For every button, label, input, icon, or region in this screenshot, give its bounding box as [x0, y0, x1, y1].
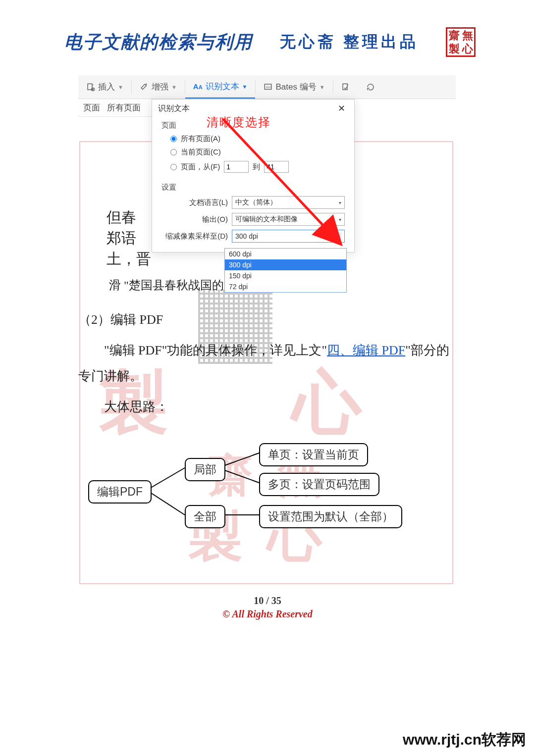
seal-char: 齋 [447, 29, 461, 42]
toolbar-bates-label: Bates 编号 [275, 81, 316, 93]
app-toolbar: 插入 ▼ 增强 ▼ AA 识别文本 ▼ 012 Bates 编号 ▼ [78, 75, 456, 99]
flow-diagram: 编辑PDF 局部 全部 单页：设置当前页 多页：设置页码范围 设置范围为默认（全… [88, 441, 450, 540]
annotation-label: 清晰度选择 [207, 114, 271, 130]
close-icon[interactable]: ✕ [335, 103, 348, 114]
section-heading: （2）编辑 PDF [78, 307, 457, 333]
doc-subtitle: 无心斋 整理出品 [280, 31, 419, 53]
dpi-option-72[interactable]: 72 dpi [225, 281, 346, 292]
page-footer: 10 / 35 © All Rights Reserved [0, 595, 535, 620]
dialog-title-text: 识别文本 [158, 103, 190, 114]
radio-current-label: 当前页面(C) [181, 148, 221, 157]
radio-current-page[interactable]: 当前页面(C) [170, 148, 345, 157]
output-value: 可编辑的文本和图像 [235, 215, 298, 224]
dpi-option-600[interactable]: 600 dpi [225, 249, 346, 259]
range-mid-label: 到 [253, 162, 260, 172]
toolbar-ocr-label: 识别文本 [206, 81, 239, 92]
diagram-node-local: 局部 [185, 458, 225, 481]
setting-dpi-label: 缩减像素采样至(D) [164, 232, 228, 241]
ocr-dialog: 识别文本 ✕ 清晰度选择 页面 所有页面(A) 当前页面(C) 页面，从(F) … [152, 99, 355, 252]
radio-all-pages[interactable]: 所有页面(A) [170, 134, 345, 144]
radio-range-label: 页面，从(F) [181, 162, 220, 172]
svg-line-6 [147, 468, 185, 490]
ocr-icon: AA [193, 82, 203, 91]
setting-output-row: 输出(O) 可编辑的文本和图像 ▾ [164, 213, 345, 226]
chevron-down-icon: ▾ [335, 233, 341, 240]
output-combo[interactable]: 可编辑的文本和图像 ▾ [232, 213, 345, 226]
radio-range-input[interactable] [170, 164, 177, 170]
enhance-icon [140, 83, 149, 92]
lang-combo[interactable]: 中文（简体） ▾ [232, 196, 345, 209]
document-page: 电子文献的检索与利用 无心斋 整理出品 齋 無 製 心 齋 無 製 心 製 心 … [0, 0, 535, 756]
toolbar-save[interactable] [333, 75, 358, 99]
lang-value: 中文（简体） [235, 198, 277, 207]
seal-char: 製 [447, 42, 461, 55]
toolbar-enhance-label: 增强 [152, 81, 168, 93]
diagram-node-single: 单页：设置当前页 [259, 443, 368, 466]
diagram-node-root: 编辑PDF [88, 480, 152, 504]
settings-group: 设置 文档语言(L) 中文（简体） ▾ 输出(O) 可编辑的文本和图像 ▾ 缩减… [161, 182, 345, 247]
radio-all-label: 所有页面(A) [181, 134, 220, 144]
dpi-option-150[interactable]: 150 dpi [225, 270, 346, 281]
setting-dpi-row: 缩减像素采样至(D) 300 dpi ▾ [164, 230, 345, 243]
setting-lang-row: 文档语言(L) 中文（简体） ▾ [164, 196, 345, 209]
insert-page-icon [86, 83, 95, 92]
source-site: www.rjtj.cn软荐网 [403, 730, 526, 750]
copyright-text: © All Rights Reserved [0, 608, 535, 620]
seal-char: 心 [461, 42, 474, 55]
group-caption-settings: 设置 [161, 183, 345, 192]
dropdown-caret-icon: ▼ [320, 84, 325, 90]
chevron-down-icon: ▾ [339, 200, 341, 205]
toolbar-enhance[interactable]: 增强 ▼ [132, 75, 185, 99]
edit-pdf-link[interactable]: 四、编辑 PDF [327, 343, 405, 357]
paragraph: 大体思路： [78, 394, 457, 420]
save-icon [341, 83, 350, 92]
diagram-node-all: 全部 [185, 505, 225, 528]
page-number: 10 / 35 [0, 595, 535, 606]
doc-title: 电子文献的检索与利用 [64, 30, 253, 54]
dropdown-caret-icon: ▼ [242, 84, 248, 90]
seal-stamp: 齋 無 製 心 [446, 27, 476, 57]
secbar-all-pages[interactable]: 所有页面 [107, 102, 141, 113]
range-to-input[interactable] [264, 161, 289, 173]
page-header: 电子文献的检索与利用 无心斋 整理出品 齋 無 製 心 [64, 27, 476, 57]
toolbar-insert-label: 插入 [98, 81, 115, 93]
paragraph: "编辑 PDF"功能的具体操作，详见上文"四、编辑 PDF"部分的专门讲解。 [78, 338, 457, 389]
chevron-down-icon: ▾ [339, 217, 341, 222]
para-text: "编辑 PDF"功能的具体操作，详见上文" [104, 343, 327, 357]
setting-output-label: 输出(O) [164, 215, 228, 224]
diagram-node-default: 设置范围为默认（全部） [259, 505, 402, 528]
dropdown-caret-icon: ▼ [171, 84, 177, 90]
secondary-bar: 页面 所有页面 [78, 99, 152, 117]
seal-char: 無 [461, 29, 474, 42]
toolbar-reset[interactable] [358, 75, 383, 99]
toolbar-insert[interactable]: 插入 ▼ [78, 75, 131, 99]
setting-lang-label: 文档语言(L) [164, 198, 228, 207]
secbar-page-label: 页面 [83, 102, 100, 113]
dpi-value: 300 dpi [235, 232, 258, 240]
dpi-combo[interactable]: 300 dpi ▾ [232, 230, 345, 243]
diagram-node-multi: 多页：设置页码范围 [259, 473, 379, 496]
dpi-option-300[interactable]: 300 dpi [225, 259, 346, 270]
dropdown-caret-icon: ▼ [118, 84, 123, 90]
bates-icon: 012 [264, 83, 272, 92]
range-from-input[interactable] [224, 161, 249, 173]
reset-icon [366, 83, 375, 92]
article-body: （2）编辑 PDF "编辑 PDF"功能的具体操作，详见上文"四、编辑 PDF"… [78, 307, 457, 420]
toolbar-ocr[interactable]: AA 识别文本 ▼ [185, 75, 256, 99]
dpi-dropdown[interactable]: 600 dpi 300 dpi 150 dpi 72 dpi [224, 248, 347, 293]
radio-page-range[interactable]: 页面，从(F) 到 [170, 161, 345, 173]
radio-current-input[interactable] [170, 149, 177, 155]
toolbar-bates[interactable]: 012 Bates 编号 ▼ [256, 75, 332, 99]
svg-line-7 [147, 490, 185, 515]
radio-all-input[interactable] [170, 136, 177, 142]
svg-text:012: 012 [266, 86, 271, 89]
